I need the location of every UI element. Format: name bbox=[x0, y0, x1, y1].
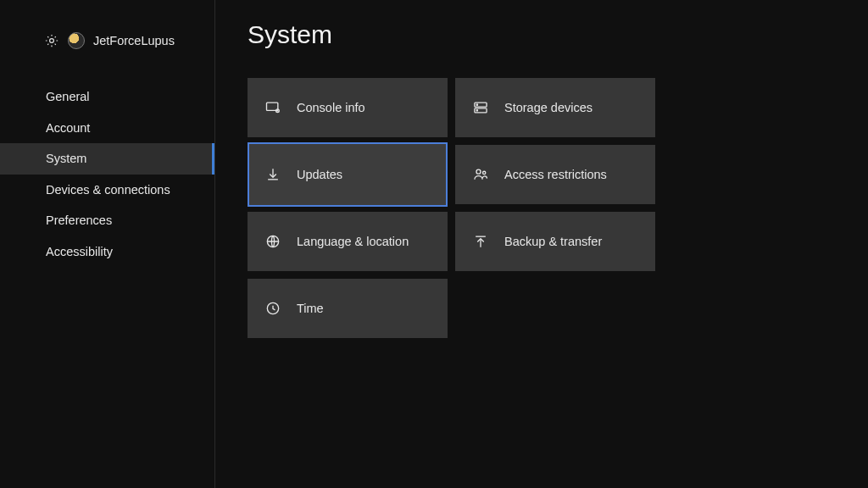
tile-label: Backup & transfer bbox=[504, 235, 602, 248]
sidebar-item-devices[interactable]: Devices & connections bbox=[0, 175, 214, 206]
gamertag: JetForceLupus bbox=[93, 34, 175, 47]
sidebar-item-label: System bbox=[46, 152, 86, 165]
avatar bbox=[68, 32, 85, 49]
tile-label: Updates bbox=[297, 168, 342, 181]
storage-icon bbox=[472, 99, 489, 116]
tile-access-restrictions[interactable]: Access restrictions bbox=[455, 145, 655, 204]
monitor-icon bbox=[264, 99, 281, 116]
profile-header: JetForceLupus bbox=[0, 32, 214, 81]
tile-language-location[interactable]: Language & location bbox=[248, 212, 448, 271]
tile-time[interactable]: Time bbox=[248, 279, 448, 338]
tile-grid: Console info Storage devices bbox=[248, 78, 868, 338]
svg-point-6 bbox=[476, 110, 477, 111]
tile-label: Console info bbox=[297, 101, 365, 114]
sidebar-item-general[interactable]: General bbox=[0, 81, 214, 113]
sidebar-item-label: Devices & connections bbox=[46, 183, 170, 197]
tile-console-info[interactable]: Console info bbox=[248, 78, 448, 137]
sidebar-item-system[interactable]: System bbox=[0, 143, 214, 175]
sidebar-item-label: Account bbox=[46, 121, 90, 135]
svg-point-7 bbox=[476, 169, 481, 174]
svg-point-5 bbox=[476, 104, 477, 105]
tile-updates[interactable]: Updates bbox=[248, 142, 448, 207]
page-title: System bbox=[248, 20, 868, 49]
tile-label: Time bbox=[297, 302, 324, 315]
svg-point-0 bbox=[50, 39, 54, 43]
sidebar-nav: General Account System Devices & connect… bbox=[0, 81, 214, 267]
tile-label: Access restrictions bbox=[504, 168, 607, 181]
sidebar-item-label: Preferences bbox=[46, 214, 112, 227]
sidebar-item-account[interactable]: Account bbox=[0, 113, 214, 144]
tile-storage[interactable]: Storage devices bbox=[455, 78, 655, 137]
clock-icon bbox=[264, 300, 281, 317]
globe-icon bbox=[264, 233, 281, 250]
svg-point-8 bbox=[483, 171, 486, 174]
tile-label: Storage devices bbox=[504, 101, 593, 114]
sidebar-item-label: Accessibility bbox=[46, 245, 113, 258]
upload-icon bbox=[472, 233, 489, 250]
download-icon bbox=[264, 166, 281, 183]
sidebar-item-label: General bbox=[46, 90, 90, 103]
tile-backup-transfer[interactable]: Backup & transfer bbox=[455, 212, 655, 271]
sidebar-item-preferences[interactable]: Preferences bbox=[0, 205, 214, 236]
tile-label: Language & location bbox=[297, 235, 409, 248]
sidebar-item-accessibility[interactable]: Accessibility bbox=[0, 236, 214, 268]
sidebar: JetForceLupus General Account System Dev… bbox=[0, 0, 215, 488]
main-panel: System Console info bbox=[215, 0, 868, 488]
family-icon bbox=[472, 166, 489, 183]
gear-icon bbox=[44, 33, 59, 48]
